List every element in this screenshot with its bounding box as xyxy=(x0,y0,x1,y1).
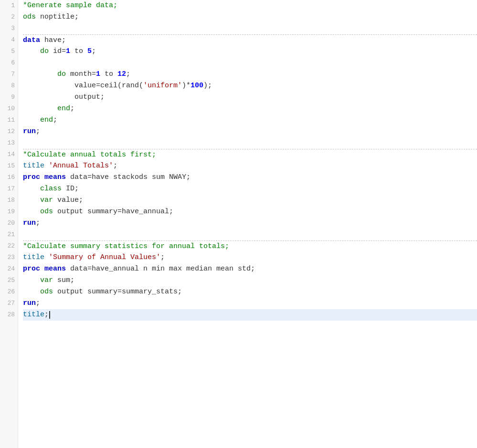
token-semi-20: ; xyxy=(36,218,40,229)
code-line-18: var value; xyxy=(23,195,477,206)
line-num-11: 11 xyxy=(0,115,18,126)
text-cursor xyxy=(49,311,50,319)
code-line-2: ods noptitle; xyxy=(23,11,477,23)
token-var-18: var xyxy=(40,195,53,206)
code-line-21 xyxy=(23,229,477,240)
token-semi-28: ; xyxy=(44,309,49,320)
code-content[interactable]: *Generate sample data; ods noptitle; dat… xyxy=(18,0,477,448)
token-semi-5: ; xyxy=(92,46,96,57)
line-num-15: 15 xyxy=(0,160,18,172)
token-plain-7a: month= xyxy=(66,69,96,80)
token-space-15 xyxy=(44,160,49,171)
token-indent-11 xyxy=(23,115,40,125)
code-line-3 xyxy=(23,23,477,34)
line-num-4: 4 xyxy=(0,34,18,46)
token-plain-24: data=have_annual n min max median mean s… xyxy=(66,263,255,274)
token-plain-19: output summary=have_annual; xyxy=(53,206,173,217)
token-comment-14: *Calculate annual totals first; xyxy=(23,149,156,160)
line-num-28: 28 xyxy=(0,309,18,321)
code-line-4: data have; xyxy=(23,34,477,46)
token-ods-2: ods xyxy=(23,11,36,22)
token-indent-8: value=ceil(rand( xyxy=(23,80,143,91)
code-line-9: output; xyxy=(23,92,477,103)
line-num-13: 13 xyxy=(0,137,18,149)
code-line-22: *Calculate summary statistics for annual… xyxy=(23,240,477,252)
line-num-17: 17 xyxy=(0,183,18,195)
token-title-15: title xyxy=(23,160,44,171)
token-means-16: means xyxy=(44,172,66,183)
token-indent-5 xyxy=(23,46,40,57)
token-title-23: title xyxy=(23,252,44,263)
code-line-24: proc means data=have_annual n min max me… xyxy=(23,263,477,275)
token-class-17: class xyxy=(40,183,62,194)
token-semi-12: ; xyxy=(36,126,40,137)
code-line-19: ods output summary=have_annual; xyxy=(23,206,477,218)
token-indent-25 xyxy=(23,275,40,286)
token-semi-27: ; xyxy=(36,298,40,309)
token-str-23: 'Summary of Annual Values' xyxy=(49,252,160,263)
token-plain-4: have; xyxy=(40,35,66,46)
code-line-13 xyxy=(23,137,477,149)
line-num-21: 21 xyxy=(0,229,18,240)
token-num-8: 100 xyxy=(191,80,203,91)
token-str-15: 'Annual Totals' xyxy=(49,160,113,171)
token-num-7a: 1 xyxy=(96,69,100,80)
code-line-27: run ; xyxy=(23,298,477,309)
code-line-17: class ID; xyxy=(23,183,477,195)
line-num-8: 8 xyxy=(0,80,18,92)
line-num-18: 18 xyxy=(0,195,18,206)
line-num-9: 9 xyxy=(0,92,18,103)
token-indent-9: output; xyxy=(23,92,105,103)
token-semi-23: ; xyxy=(160,252,165,263)
token-semi-10: ; xyxy=(70,103,74,114)
token-end-10: end xyxy=(57,103,70,114)
line-num-20: 20 xyxy=(0,218,18,229)
line-num-6: 6 xyxy=(0,57,18,69)
token-end-11: end xyxy=(40,115,53,125)
token-ods-19: ods xyxy=(40,206,53,217)
line-num-26: 26 xyxy=(0,286,18,298)
code-line-20: run ; xyxy=(23,218,477,229)
token-space-16a xyxy=(40,172,44,183)
token-comment-1: *Generate sample data; xyxy=(23,0,117,11)
token-run-27: run xyxy=(23,298,36,309)
code-editor: 1 2 3 4 5 6 7 8 9 10 11 12 13 14 15 16 1… xyxy=(0,0,477,448)
line-num-19: 19 xyxy=(0,206,18,218)
code-line-15: title 'Annual Totals' ; xyxy=(23,160,477,172)
code-line-11: end ; xyxy=(23,115,477,126)
code-line-16: proc means data=have stackods sum NWAY; xyxy=(23,172,477,183)
token-means-24: means xyxy=(44,263,66,274)
token-num-5a: 1 xyxy=(66,46,70,57)
code-line-23: title 'Summary of Annual Values' ; xyxy=(23,252,477,263)
token-indent-26 xyxy=(23,286,40,297)
token-var-25: var xyxy=(40,275,53,286)
line-num-5: 5 xyxy=(0,46,18,57)
token-do-7: do xyxy=(57,69,66,80)
token-num-7b: 12 xyxy=(117,69,126,80)
token-proc-24: proc xyxy=(23,263,40,274)
line-num-27: 27 xyxy=(0,298,18,309)
line-num-16: 16 xyxy=(0,172,18,183)
token-plain-16: data=have stackods sum NWAY; xyxy=(66,172,191,183)
line-numbers: 1 2 3 4 5 6 7 8 9 10 11 12 13 14 15 16 1… xyxy=(0,0,18,448)
code-line-14: *Calculate annual totals first; xyxy=(23,149,477,160)
token-semi-15: ; xyxy=(113,160,117,171)
line-num-10: 10 xyxy=(0,103,18,115)
token-indent-19 xyxy=(23,206,40,217)
token-title-28: title xyxy=(23,309,44,320)
token-indent-7 xyxy=(23,69,57,80)
token-space-24a xyxy=(40,263,44,274)
token-plain-18: value; xyxy=(53,195,83,206)
code-line-6 xyxy=(23,57,477,69)
code-line-10: end ; xyxy=(23,103,477,115)
token-semi-11: ; xyxy=(53,115,57,125)
token-indent-18 xyxy=(23,195,40,206)
token-proc-16: proc xyxy=(23,172,40,183)
line-num-22: 22 xyxy=(0,240,18,252)
line-num-23: 23 xyxy=(0,252,18,263)
token-data-kw: data xyxy=(23,35,40,46)
token-space-23 xyxy=(44,252,49,263)
line-num-12: 12 xyxy=(0,126,18,137)
line-num-14: 14 xyxy=(0,149,18,160)
line-num-7: 7 xyxy=(0,69,18,80)
